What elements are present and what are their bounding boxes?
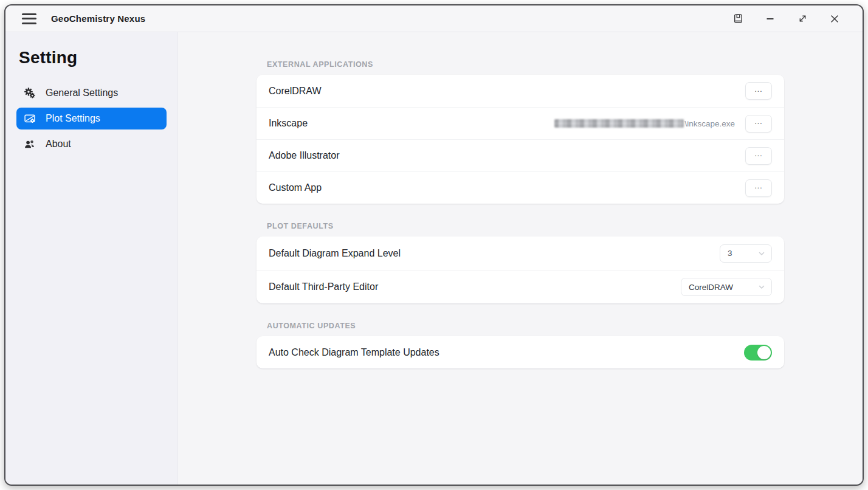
app-body: Setting [5, 32, 863, 485]
row-controls: ... [745, 82, 772, 100]
setting-row-inkscape: Inkscape \inkscape.exe ... [257, 107, 784, 139]
setting-label: Inkscape [269, 118, 308, 129]
setting-row-expand-level: Default Diagram Expand Level 3 [257, 236, 784, 270]
section-external-applications: EXTERNAL APPLICATIONS CorelDRAW ... Inks… [257, 60, 784, 204]
setting-label: Default Diagram Expand Level [269, 248, 401, 259]
setting-row-adobe-illustrator: Adobe Illustrator ... [257, 139, 784, 171]
app-window: GeoChemistry Nexus [4, 4, 864, 486]
setting-row-auto-check-updates: Auto Check Diagram Template Updates [257, 336, 784, 368]
hamburger-bar [22, 18, 36, 19]
plot-gear-icon [24, 112, 36, 125]
auto-update-toggle[interactable] [744, 345, 772, 361]
browse-button[interactable]: ... [745, 147, 772, 165]
save-icon[interactable] [726, 10, 750, 28]
hamburger-menu-button[interactable] [22, 13, 36, 24]
titlebar: GeoChemistry Nexus [5, 5, 863, 32]
setting-label: Auto Check Diagram Template Updates [269, 347, 439, 358]
expand-level-dropdown[interactable]: 3 [720, 244, 772, 263]
toggle-knob [757, 346, 771, 359]
dropdown-value: 3 [728, 249, 732, 258]
setting-label: Adobe Illustrator [269, 150, 340, 161]
plot-defaults-card: Default Diagram Expand Level 3 [257, 236, 784, 303]
section-header: EXTERNAL APPLICATIONS [267, 60, 784, 69]
row-controls: ... [745, 147, 772, 165]
settings-content: EXTERNAL APPLICATIONS CorelDRAW ... Inks… [257, 60, 784, 368]
chevron-down-icon [757, 283, 766, 291]
sidebar-item-plot-settings[interactable]: Plot Settings [16, 108, 167, 129]
browse-button[interactable]: ... [745, 115, 772, 133]
section-header: AUTOMATIC UPDATES [267, 322, 784, 330]
close-icon[interactable] [822, 10, 847, 28]
settings-sidebar: Setting [5, 32, 178, 485]
people-icon [24, 138, 36, 150]
automatic-updates-card: Auto Check Diagram Template Updates [257, 336, 784, 368]
setting-row-coreldraw: CorelDRAW ... [257, 75, 784, 107]
sidebar-item-about[interactable]: About [16, 133, 167, 155]
sidebar-heading: Setting [19, 48, 167, 67]
chevron-down-icon [757, 249, 766, 258]
sidebar-item-general-settings[interactable]: General Settings [16, 82, 167, 104]
section-plot-defaults: PLOT DEFAULTS Default Diagram Expand Lev… [257, 222, 784, 303]
sidebar-item-label: General Settings [46, 88, 118, 98]
hamburger-bar [22, 22, 36, 24]
browse-button[interactable]: ... [745, 179, 772, 197]
sidebar-item-label: Plot Settings [46, 113, 100, 124]
third-party-editor-dropdown[interactable]: CorelDRAW [681, 278, 772, 296]
app-path-value: \inkscape.exe [554, 119, 735, 128]
setting-label: Default Third-Party Editor [269, 281, 378, 292]
external-applications-card: CorelDRAW ... Inkscape \inkscape.exe ... [257, 75, 784, 204]
section-automatic-updates: AUTOMATIC UPDATES Auto Check Diagram Tem… [257, 322, 784, 368]
settings-main: EXTERNAL APPLICATIONS CorelDRAW ... Inks… [178, 32, 863, 485]
app-title: GeoChemistry Nexus [51, 13, 145, 24]
redacted-path-blur [554, 119, 684, 128]
dropdown-value: CorelDRAW [689, 283, 733, 292]
titlebar-left: GeoChemistry Nexus [22, 13, 145, 24]
setting-label: Custom App [269, 182, 322, 193]
titlebar-controls [726, 10, 847, 28]
setting-label: CorelDRAW [269, 86, 322, 97]
sidebar-item-label: About [46, 139, 71, 150]
path-suffix: \inkscape.exe [684, 119, 735, 128]
setting-row-third-party-editor: Default Third-Party Editor CorelDRAW [257, 270, 784, 303]
hamburger-bar [22, 13, 36, 15]
browse-button[interactable]: ... [745, 82, 772, 100]
setting-row-custom-app: Custom App ... [257, 171, 784, 204]
row-controls: \inkscape.exe ... [554, 115, 772, 133]
section-header: PLOT DEFAULTS [267, 222, 784, 230]
maximize-icon[interactable] [790, 10, 815, 28]
minimize-icon[interactable] [758, 10, 782, 28]
gears-icon [24, 87, 36, 99]
row-controls: ... [745, 179, 772, 197]
